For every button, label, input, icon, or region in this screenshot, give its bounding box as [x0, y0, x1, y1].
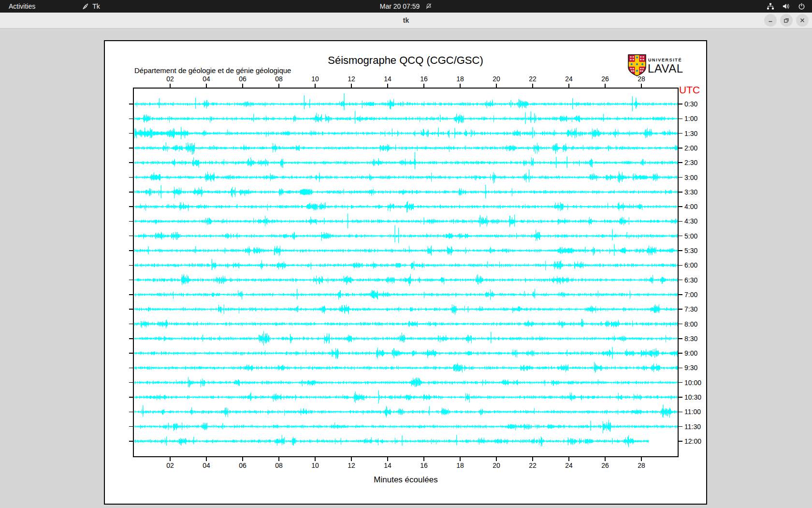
x-tick-mark — [532, 457, 533, 461]
row-tick — [129, 119, 133, 120]
laval-shield-icon — [628, 54, 646, 76]
x-tick-mark — [605, 457, 606, 461]
x-tick-mark — [641, 457, 642, 461]
x-tick-label: 04 — [198, 462, 215, 469]
x-tick-mark — [387, 84, 388, 88]
x-tick-mark — [605, 84, 606, 88]
power-icon[interactable] — [798, 3, 805, 10]
row-tick — [679, 148, 682, 149]
x-tick-label: 20 — [488, 462, 505, 469]
x-tick-label: 16 — [416, 75, 432, 83]
row-label: 8:30 — [684, 334, 697, 343]
row-tick — [129, 133, 133, 134]
minimize-icon — [768, 17, 773, 23]
row-tick — [129, 265, 133, 266]
x-tick-label: 04 — [198, 75, 215, 83]
row-tick — [129, 221, 133, 222]
row-tick — [679, 397, 682, 398]
x-tick-mark — [278, 457, 279, 461]
row-tick — [679, 294, 682, 295]
row-tick — [129, 368, 133, 369]
x-tick-mark — [460, 457, 461, 461]
x-axis-title: Minutes écoulées — [134, 475, 678, 485]
row-label: 3:00 — [684, 173, 697, 182]
row-tick — [679, 133, 682, 134]
row-tick — [679, 324, 682, 325]
x-tick-mark — [532, 84, 533, 88]
x-tick-mark — [568, 457, 569, 461]
row-tick — [679, 192, 682, 193]
row-tick — [679, 441, 682, 442]
row-label: 9:00 — [684, 349, 697, 358]
row-tick — [129, 324, 133, 325]
close-button[interactable] — [796, 14, 809, 27]
row-tick — [129, 280, 133, 281]
row-tick — [129, 412, 133, 413]
plot-area — [133, 88, 679, 457]
x-tick-label: 18 — [452, 75, 468, 83]
x-tick-label: 20 — [488, 75, 505, 83]
gnome-top-bar: Activities Tk Mar 20 07:59 — [0, 0, 812, 13]
plot-title: Séismographe QCQ (CGC/GSC) — [105, 54, 706, 67]
network-icon[interactable] — [767, 2, 774, 10]
x-tick-mark — [170, 457, 171, 461]
x-tick-mark — [496, 457, 497, 461]
row-label: 11:30 — [684, 422, 701, 431]
notifications-disabled-icon — [425, 3, 432, 10]
row-tick — [679, 177, 682, 178]
seismogram-canvas — [134, 89, 678, 456]
x-tick-mark — [460, 84, 461, 88]
x-tick-mark — [387, 457, 388, 461]
x-tick-label: 26 — [597, 75, 613, 83]
row-tick — [129, 397, 133, 398]
row-tick — [679, 338, 682, 339]
x-tick-mark — [206, 84, 207, 88]
clock-label[interactable]: Mar 20 07:59 — [380, 2, 420, 10]
x-tick-label: 28 — [633, 462, 650, 469]
row-tick — [679, 280, 682, 281]
row-label: 7:00 — [684, 290, 697, 299]
row-label: 6:30 — [684, 276, 697, 284]
row-tick — [129, 382, 133, 383]
x-tick-mark — [351, 84, 352, 88]
row-tick — [679, 250, 682, 251]
x-tick-mark — [206, 457, 207, 461]
x-tick-mark — [242, 84, 243, 88]
row-tick — [129, 236, 133, 237]
x-tick-label: 10 — [307, 462, 323, 469]
row-label: 6:00 — [684, 261, 697, 269]
row-label: 9:30 — [684, 363, 697, 372]
x-tick-label: 28 — [633, 75, 650, 83]
volume-icon[interactable] — [782, 2, 790, 10]
x-tick-mark — [278, 84, 279, 88]
x-tick-label: 14 — [379, 75, 396, 83]
row-tick — [679, 265, 682, 266]
row-tick — [129, 104, 133, 105]
x-tick-label: 06 — [234, 75, 251, 83]
row-label: 10:30 — [684, 393, 701, 402]
row-tick — [129, 148, 133, 149]
seismograph-panel: Département de géologie et de génie géol… — [104, 40, 707, 505]
window-title: tk — [0, 13, 812, 28]
x-tick-mark — [568, 84, 569, 88]
x-tick-label: 12 — [343, 462, 360, 469]
row-label: 2:00 — [684, 144, 697, 152]
x-tick-label: 22 — [524, 75, 541, 83]
x-tick-label: 08 — [271, 462, 287, 469]
row-tick — [129, 250, 133, 251]
x-tick-mark — [641, 84, 642, 88]
row-tick — [129, 206, 133, 207]
row-label: 7:30 — [684, 305, 697, 314]
row-tick — [129, 338, 133, 339]
row-label: 10:00 — [684, 378, 701, 387]
x-tick-mark — [315, 457, 316, 461]
maximize-button[interactable] — [780, 14, 793, 27]
row-tick — [679, 236, 682, 237]
row-label: 5:30 — [684, 246, 697, 255]
minimize-button[interactable] — [764, 14, 777, 27]
row-tick — [129, 192, 133, 193]
close-icon — [799, 17, 805, 23]
row-tick — [129, 353, 133, 354]
x-tick-label: 06 — [234, 462, 251, 469]
row-label: 11:00 — [684, 407, 701, 416]
